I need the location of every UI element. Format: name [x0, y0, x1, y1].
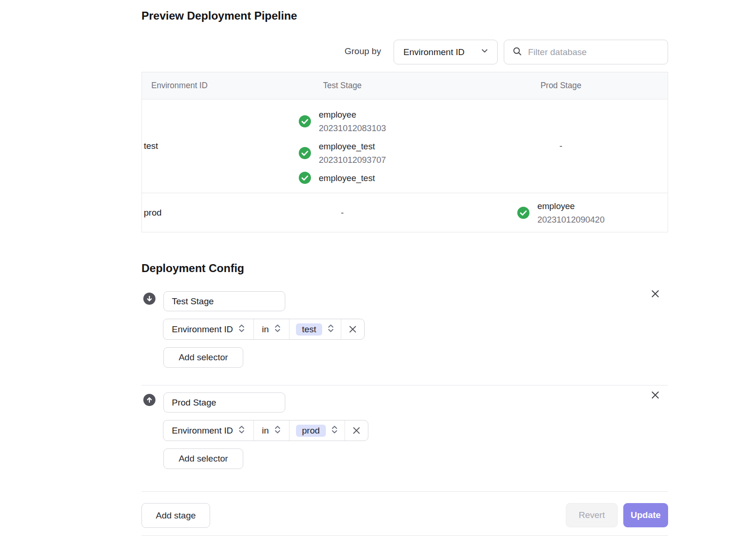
add-stage-button[interactable]: Add stage [141, 503, 210, 528]
deployment-timestamp: 20231012093707 [319, 153, 386, 167]
test-stage-empty-cell: - [231, 208, 454, 218]
filter-database-box [504, 40, 668, 64]
stage-name-input-test[interactable] [163, 291, 285, 311]
bottom-divider [141, 535, 668, 536]
page-title: Preview Deployment Pipeline [141, 9, 297, 22]
remove-stage-button[interactable] [649, 389, 661, 400]
selector-value-select[interactable]: test [289, 319, 342, 339]
updown-chevrons-icon [238, 425, 245, 437]
stage-name-input-prod[interactable] [163, 392, 285, 413]
selector-operator-select[interactable]: in [254, 319, 289, 339]
success-check-icon [299, 147, 311, 159]
selector-value-pill: test [296, 323, 323, 336]
prod-stage-cell: employee 20231012090420 [454, 199, 668, 226]
selector-key-select[interactable]: Environment ID [163, 420, 254, 441]
deployment-timestamp: 20231012090420 [537, 213, 605, 226]
selector-operator-value: in [262, 426, 269, 436]
remove-stage-button[interactable] [649, 288, 661, 299]
deployment-entry: employee_test [299, 171, 375, 185]
selector-value-pill: prod [296, 425, 326, 437]
deployment-entry: employee_test 20231012093707 [299, 140, 386, 167]
database-name: employee [319, 108, 386, 121]
selector-key-value: Environment ID [172, 426, 233, 436]
column-header-prod-stage: Prod Stage [454, 81, 668, 91]
add-selector-button[interactable]: Add selector [163, 448, 243, 469]
group-by-select[interactable]: Environment ID [394, 40, 498, 64]
column-header-environment-id: Environment ID [142, 81, 231, 91]
selector-key-select[interactable]: Environment ID [163, 319, 254, 339]
success-check-icon [517, 207, 529, 219]
column-header-test-stage: Test Stage [231, 81, 454, 91]
selector-value-select[interactable]: prod [289, 420, 345, 441]
search-icon [513, 47, 522, 58]
group-by-label: Group by [345, 46, 381, 56]
add-selector-button[interactable]: Add selector [163, 347, 243, 368]
selector-key-value: Environment ID [172, 324, 233, 335]
filter-database-input[interactable] [528, 47, 659, 57]
stage-direction-down-icon [143, 293, 155, 305]
pipeline-table: Environment ID Test Stage Prod Stage tes… [141, 72, 668, 232]
updown-chevrons-icon [331, 425, 338, 437]
selector-operator-select[interactable]: in [254, 420, 289, 441]
database-name: employee_test [319, 140, 386, 153]
chevron-down-icon [480, 47, 489, 57]
updown-chevrons-icon [238, 323, 245, 336]
remove-selector-button[interactable] [341, 319, 364, 339]
updown-chevrons-icon [274, 425, 281, 437]
environment-id-cell: prod [142, 208, 231, 218]
deployment-config-title: Deployment Config [141, 262, 244, 275]
environment-id-cell: test [142, 141, 231, 151]
success-check-icon [299, 172, 311, 184]
updown-chevrons-icon [274, 323, 281, 336]
table-row-prod: prod - employee 20231012090420 [142, 193, 668, 232]
success-check-icon [299, 115, 311, 127]
pipeline-table-header: Environment ID Test Stage Prod Stage [142, 72, 668, 99]
test-stage-cell: employee 20231012083103 employee_test 20… [231, 108, 454, 185]
revert-button[interactable]: Revert [566, 503, 618, 527]
prod-stage-empty-cell: - [454, 141, 668, 151]
update-button[interactable]: Update [623, 503, 668, 527]
group-by-selected-value: Environment ID [403, 47, 465, 57]
updown-chevrons-icon [327, 323, 334, 336]
table-row-test: test employee 20231012083103 [142, 99, 668, 193]
stage-direction-up-icon [143, 394, 155, 406]
selector-row: Environment ID in prod [163, 420, 368, 441]
remove-selector-button[interactable] [345, 420, 368, 441]
selector-row: Environment ID in test [163, 319, 365, 340]
deployment-timestamp: 20231012083103 [319, 121, 386, 135]
deployment-entry: employee 20231012083103 [299, 108, 386, 135]
selector-operator-value: in [262, 324, 269, 335]
stage-divider [141, 385, 668, 385]
deployment-entry: employee 20231012090420 [517, 199, 605, 226]
footer-divider [141, 491, 668, 492]
database-name: employee [537, 199, 605, 213]
database-name: employee_test [319, 171, 375, 185]
